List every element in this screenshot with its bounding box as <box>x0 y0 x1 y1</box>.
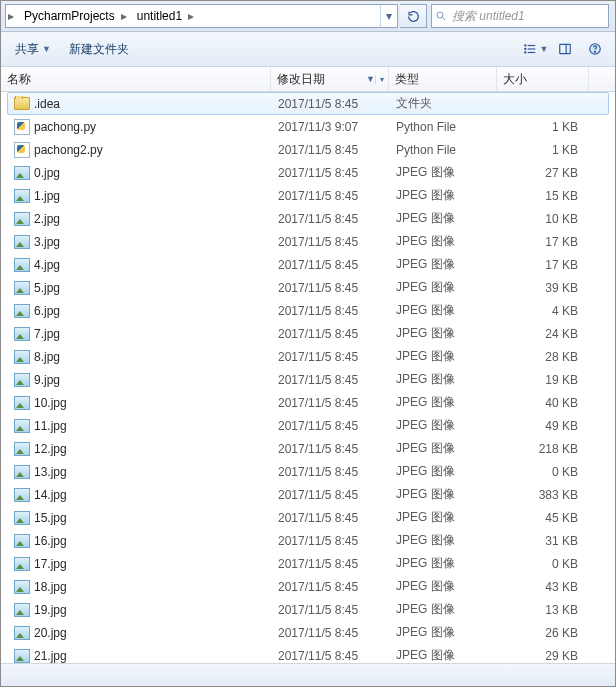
file-date-cell: 2017/11/5 8:45 <box>272 304 390 318</box>
table-row[interactable]: pachong.py2017/11/3 9:07Python File1 KB <box>7 115 609 138</box>
table-row[interactable]: 3.jpg2017/11/5 8:45JPEG 图像17 KB <box>7 230 609 253</box>
table-row[interactable]: .idea2017/11/5 8:45文件夹 <box>7 92 609 115</box>
column-header-name[interactable]: 名称 <box>1 67 271 91</box>
chevron-down-icon: ▼ <box>540 44 549 54</box>
image-file-icon <box>14 441 30 457</box>
table-row[interactable]: 5.jpg2017/11/5 8:45JPEG 图像39 KB <box>7 276 609 299</box>
file-date-cell: 2017/11/5 8:45 <box>272 166 390 180</box>
chevron-right-icon: ▸ <box>186 9 198 23</box>
table-row[interactable]: 11.jpg2017/11/5 8:45JPEG 图像49 KB <box>7 414 609 437</box>
file-name-cell: 1.jpg <box>8 188 272 204</box>
refresh-button[interactable] <box>400 4 427 28</box>
breadcrumb-item[interactable]: untitled1 <box>131 5 186 27</box>
table-row[interactable]: 20.jpg2017/11/5 8:45JPEG 图像26 KB <box>7 621 609 644</box>
file-name: 5.jpg <box>34 281 60 295</box>
file-name-cell: 4.jpg <box>8 257 272 273</box>
panel-icon <box>558 42 572 56</box>
column-filter-dropdown[interactable]: ▾ <box>375 75 388 84</box>
file-date-cell: 2017/11/5 8:45 <box>272 649 390 663</box>
svg-point-0 <box>437 12 443 18</box>
breadcrumb-item[interactable]: PycharmProjects <box>18 5 119 27</box>
file-date-cell: 2017/11/5 8:45 <box>272 212 390 226</box>
preview-pane-button[interactable] <box>551 37 579 61</box>
file-name: 9.jpg <box>34 373 60 387</box>
file-type-cell: Python File <box>390 120 498 134</box>
file-type-cell: JPEG 图像 <box>390 463 498 480</box>
table-row[interactable]: 0.jpg2017/11/5 8:45JPEG 图像27 KB <box>7 161 609 184</box>
chevron-right-icon: ▸ <box>119 9 131 23</box>
file-name-cell: 12.jpg <box>8 441 272 457</box>
file-name-cell: 18.jpg <box>8 579 272 595</box>
file-type-cell: JPEG 图像 <box>390 325 498 342</box>
chevron-down-icon: ▼ <box>42 44 51 54</box>
svg-line-1 <box>442 17 445 20</box>
table-row[interactable]: pachong2.py2017/11/5 8:45Python File1 KB <box>7 138 609 161</box>
column-header-size[interactable]: 大小 <box>497 67 589 91</box>
table-row[interactable]: 1.jpg2017/11/5 8:45JPEG 图像15 KB <box>7 184 609 207</box>
file-type-cell: JPEG 图像 <box>390 532 498 549</box>
file-name-cell: pachong2.py <box>8 142 272 158</box>
table-row[interactable]: 16.jpg2017/11/5 8:45JPEG 图像31 KB <box>7 529 609 552</box>
table-row[interactable]: 8.jpg2017/11/5 8:45JPEG 图像28 KB <box>7 345 609 368</box>
svg-point-6 <box>524 48 525 49</box>
share-button[interactable]: 共享 ▼ <box>7 37 59 62</box>
file-type-cell: JPEG 图像 <box>390 233 498 250</box>
table-row[interactable]: 7.jpg2017/11/5 8:45JPEG 图像24 KB <box>7 322 609 345</box>
file-size-cell: 15 KB <box>498 189 584 203</box>
file-name-cell: 19.jpg <box>8 602 272 618</box>
file-name: pachong.py <box>34 120 96 134</box>
file-size-cell: 1 KB <box>498 143 584 157</box>
table-row[interactable]: 10.jpg2017/11/5 8:45JPEG 图像40 KB <box>7 391 609 414</box>
table-row[interactable]: 12.jpg2017/11/5 8:45JPEG 图像218 KB <box>7 437 609 460</box>
file-name: 21.jpg <box>34 649 67 663</box>
file-name-cell: 14.jpg <box>8 487 272 503</box>
view-list-icon <box>522 42 538 56</box>
file-type-cell: 文件夹 <box>390 95 498 112</box>
table-row[interactable]: 19.jpg2017/11/5 8:45JPEG 图像13 KB <box>7 598 609 621</box>
file-size-cell: 26 KB <box>498 626 584 640</box>
file-type-cell: JPEG 图像 <box>390 578 498 595</box>
table-row[interactable]: 14.jpg2017/11/5 8:45JPEG 图像383 KB <box>7 483 609 506</box>
table-row[interactable]: 15.jpg2017/11/5 8:45JPEG 图像45 KB <box>7 506 609 529</box>
file-size-cell: 43 KB <box>498 580 584 594</box>
table-row[interactable]: 6.jpg2017/11/5 8:45JPEG 图像4 KB <box>7 299 609 322</box>
file-date-cell: 2017/11/5 8:45 <box>272 396 390 410</box>
file-date-cell: 2017/11/5 8:45 <box>272 97 390 111</box>
file-size-cell: 383 KB <box>498 488 584 502</box>
image-file-icon <box>14 625 30 641</box>
breadcrumb[interactable]: ▸ PycharmProjects ▸ untitled1 ▸ ▾ <box>5 4 398 28</box>
svg-point-5 <box>524 45 525 46</box>
file-name: pachong2.py <box>34 143 103 157</box>
file-size-cell: 19 KB <box>498 373 584 387</box>
search-input[interactable]: 搜索 untitled1 <box>431 4 609 28</box>
image-file-icon <box>14 487 30 503</box>
table-row[interactable]: 21.jpg2017/11/5 8:45JPEG 图像29 KB <box>7 644 609 663</box>
file-list[interactable]: .idea2017/11/5 8:45文件夹pachong.py2017/11/… <box>1 92 615 663</box>
table-row[interactable]: 18.jpg2017/11/5 8:45JPEG 图像43 KB <box>7 575 609 598</box>
image-file-icon <box>14 303 30 319</box>
new-folder-button[interactable]: 新建文件夹 <box>61 37 137 62</box>
table-row[interactable]: 13.jpg2017/11/5 8:45JPEG 图像0 KB <box>7 460 609 483</box>
image-file-icon <box>14 602 30 618</box>
table-row[interactable]: 4.jpg2017/11/5 8:45JPEG 图像17 KB <box>7 253 609 276</box>
help-button[interactable] <box>581 37 609 61</box>
address-dropdown-icon[interactable]: ▾ <box>380 5 397 27</box>
file-size-cell: 24 KB <box>498 327 584 341</box>
svg-point-11 <box>595 51 596 52</box>
image-file-icon <box>14 326 30 342</box>
image-file-icon <box>14 234 30 250</box>
file-name: 18.jpg <box>34 580 67 594</box>
column-header-date[interactable]: 修改日期 ▼ ▾ <box>271 67 389 91</box>
file-name-cell: 9.jpg <box>8 372 272 388</box>
table-row[interactable]: 17.jpg2017/11/5 8:45JPEG 图像0 KB <box>7 552 609 575</box>
table-row[interactable]: 9.jpg2017/11/5 8:45JPEG 图像19 KB <box>7 368 609 391</box>
file-type-cell: JPEG 图像 <box>390 371 498 388</box>
view-options-button[interactable]: ▼ <box>521 37 549 61</box>
table-row[interactable]: 2.jpg2017/11/5 8:45JPEG 图像10 KB <box>7 207 609 230</box>
file-name-cell: 10.jpg <box>8 395 272 411</box>
help-icon <box>588 42 602 56</box>
file-size-cell: 39 KB <box>498 281 584 295</box>
file-date-cell: 2017/11/3 9:07 <box>272 120 390 134</box>
column-header-type[interactable]: 类型 <box>389 67 497 91</box>
file-name-cell: 16.jpg <box>8 533 272 549</box>
